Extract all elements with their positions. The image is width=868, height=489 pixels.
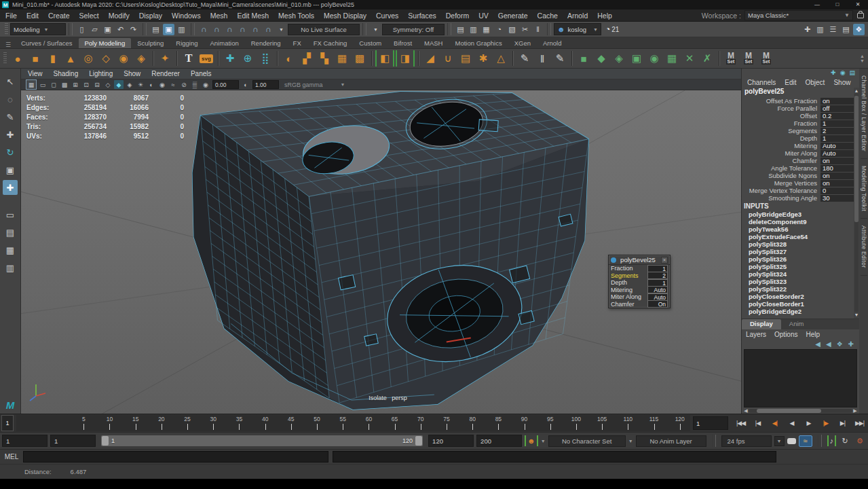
attr-value-field[interactable]: on (820, 173, 854, 179)
menu-mesh[interactable]: Mesh (210, 12, 228, 20)
attr-label[interactable]: Merge Vertices (742, 179, 820, 187)
layout-four-pane[interactable]: ▦ (3, 242, 18, 257)
uv-planar-icon[interactable]: ■ (575, 50, 592, 67)
menu-generate[interactable]: Generate (498, 12, 528, 20)
undo-icon[interactable]: ↶ (115, 24, 126, 35)
menu-uv[interactable]: UV (478, 12, 489, 20)
menu-arnold[interactable]: Arnold (567, 12, 588, 20)
save-scene-icon[interactable]: ▣ (102, 24, 113, 35)
input-node-polybridgeedge3[interactable]: polyBridgeEdge3 (742, 211, 854, 218)
shelf-tab-poly-modeling[interactable]: Poly Modeling (79, 38, 132, 48)
input-node-polysplit325[interactable]: polySplit325 (742, 263, 854, 270)
playback-loop-icon[interactable]: ↻ (839, 437, 851, 446)
panel-menu-renderer[interactable]: Renderer (151, 70, 180, 77)
new-empty-layer-icon[interactable]: ❖ (837, 340, 843, 348)
channel-box-scrollbar[interactable]: ▲ ▼ (854, 88, 859, 319)
input-node-polyextrudeface54[interactable]: polyExtrudeFace54 (742, 233, 854, 240)
character-set-icon[interactable]: ☻ (525, 435, 538, 446)
paint-select-tool[interactable]: ✎ (3, 109, 18, 124)
input-node-polycloseborder1[interactable]: polyCloseBorder1 (742, 300, 854, 308)
shelf-tab-fx[interactable]: FX (287, 38, 307, 48)
move-layer-down-icon[interactable]: ◀ (826, 340, 831, 348)
shelf-tab-arnold[interactable]: Arnold (537, 38, 567, 48)
menu-deform[interactable]: Deform (446, 12, 469, 20)
attr-label[interactable]: Mitering (742, 142, 820, 149)
flip-icon[interactable]: ▤ (457, 50, 474, 67)
scroll-down-icon[interactable]: ▼ (854, 312, 859, 319)
popup-attr-value[interactable]: Auto (647, 293, 668, 301)
layer-menu-layers[interactable]: Layers (746, 331, 766, 338)
ipr-render-icon[interactable]: ▦ (480, 24, 492, 35)
input-node-polycloseborder2[interactable]: polyCloseBorder2 (742, 293, 854, 300)
menu-select[interactable]: Select (79, 12, 99, 20)
popup-attr-value[interactable]: 1 (647, 265, 668, 272)
attr-value-field[interactable]: 1 (820, 135, 854, 142)
layer-tab-anim[interactable]: Anim (781, 319, 812, 329)
uv-auto-icon[interactable]: ◆ (593, 50, 609, 67)
playback-start-field[interactable]: 1 (50, 435, 96, 447)
menu-cache[interactable]: Cache (537, 12, 558, 20)
hyperbolic-icon[interactable]: ▤ (849, 69, 855, 76)
resolution-gate-icon[interactable]: ◻ (49, 80, 58, 89)
humanik-toggle-icon[interactable]: ▥ (814, 24, 826, 35)
select-object-icon[interactable]: ▣ (163, 24, 174, 35)
input-node-polysplit326[interactable]: polySplit326 (742, 255, 854, 263)
attr-label[interactable]: Miter Along (742, 149, 820, 157)
textured-mode-icon[interactable]: ◈ (125, 80, 134, 89)
input-node-polysplit324[interactable]: polySplit324 (742, 270, 854, 278)
uv-cube-icon[interactable]: ▣ (628, 50, 645, 67)
set-membership-2-icon[interactable]: MSet (740, 50, 757, 67)
range-end-handle[interactable] (415, 436, 422, 446)
attribute-editor-toggle-icon[interactable]: ☰ (827, 24, 839, 35)
grid-toggle-icon[interactable]: ▦ (26, 79, 37, 90)
safe-action-icon[interactable]: ⊡ (81, 80, 91, 89)
auto-keyframe-icon[interactable]: ⚙ (854, 437, 866, 446)
tab-modeling-toolkit[interactable]: Modeling Toolkit (861, 159, 867, 219)
shelf-tab-custom[interactable]: Custom (353, 38, 388, 48)
attr-label[interactable]: Depth (742, 134, 820, 142)
scroll-up-icon[interactable]: ▲ (854, 88, 859, 94)
range-slider-bar[interactable]: 1 120 (101, 435, 423, 446)
isolate-select-icon[interactable]: ⊘ (179, 80, 189, 89)
use-all-lights-icon[interactable]: ☀ (136, 80, 145, 89)
uv-unfold-icon[interactable]: ◉ (646, 50, 662, 67)
shelf-tab-sculpting[interactable]: Sculpting (131, 38, 170, 48)
attr-value-field[interactable]: 2 (820, 128, 854, 134)
attr-value-field[interactable]: 1 (820, 120, 854, 127)
menu-edit-mesh[interactable]: Edit Mesh (237, 12, 269, 20)
new-scene-icon[interactable]: ▯ (76, 24, 88, 35)
current-time-field[interactable]: 1 (693, 416, 728, 430)
menu-surfaces[interactable]: Surfaces (408, 12, 436, 20)
playback-end-field[interactable]: 120 (428, 435, 474, 447)
user-account-selector[interactable]: ☻ koslog ▼ (554, 23, 601, 35)
modeling-toolkit-toggle-icon[interactable]: ✚ (801, 24, 813, 35)
menu-display[interactable]: Display (139, 12, 162, 20)
input-node-polysplit323[interactable]: polySplit323 (742, 278, 854, 285)
panel-menu-show[interactable]: Show (124, 70, 140, 77)
menu-edit[interactable]: Edit (26, 12, 39, 20)
move-tool[interactable]: ✚ (3, 127, 18, 142)
poly-cylinder-icon[interactable]: ▮ (45, 50, 61, 67)
chevron-down-icon[interactable]: ▼ (628, 439, 633, 443)
chevron-down-icon[interactable]: ▼ (774, 436, 785, 446)
attr-value-field[interactable]: on (820, 180, 854, 187)
attr-label[interactable]: Smoothing Angle (742, 194, 820, 202)
input-node-polytweak56[interactable]: polyTweak56 (742, 225, 854, 233)
poly-type-icon[interactable]: T (181, 50, 197, 67)
shelf-tab-rendering[interactable]: Rendering (245, 38, 287, 48)
panel-menu-shading[interactable]: Shading (54, 70, 79, 77)
range-start-handle[interactable] (102, 436, 109, 446)
booleans-icon[interactable]: ◐ (281, 50, 297, 67)
new-layer-from-selection-icon[interactable]: ✚ (848, 340, 854, 348)
poly-disc-icon[interactable]: ◉ (115, 50, 132, 67)
time-slider-ruler[interactable]: 5101520253035404550556065707580859095100… (16, 415, 690, 431)
poly-cube-icon[interactable]: ■ (27, 50, 43, 67)
film-gate-icon[interactable]: ▭ (38, 80, 48, 89)
motion-blur-icon[interactable]: ≈ (168, 80, 178, 89)
set-membership-3-icon[interactable]: MSet (758, 50, 774, 67)
snap-curve-icon[interactable]: ∩ (211, 24, 223, 35)
character-set-selector[interactable]: No Character Set (548, 435, 626, 447)
tab-channel-box-layer-editor[interactable]: Channel Box / Layer Editor (861, 69, 867, 159)
uv-layout-icon[interactable]: ▦ (664, 50, 680, 67)
close-icon[interactable]: ✕ (661, 257, 668, 264)
